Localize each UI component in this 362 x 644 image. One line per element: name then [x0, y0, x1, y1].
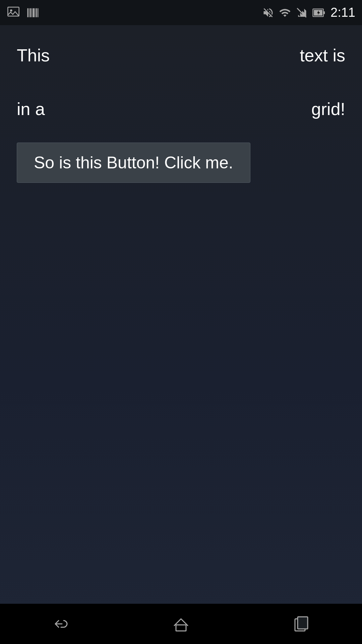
svg-rect-7 [35, 8, 36, 17]
button-row: So is this Button! Click me. [10, 136, 352, 190]
row-spacer [10, 72, 352, 92]
svg-rect-3 [29, 8, 29, 17]
grid-cell-4: grid! [181, 92, 352, 126]
svg-rect-16 [298, 617, 308, 629]
main-content: This text is in a grid! So is this Butto… [0, 25, 362, 619]
mute-icon [262, 7, 274, 19]
svg-rect-6 [33, 8, 35, 17]
grid-cell-1: This [10, 39, 181, 72]
status-bar-right: 2:11 [262, 5, 355, 20]
nav-bar [0, 604, 362, 644]
status-bar-left [7, 6, 40, 19]
wifi-icon [279, 7, 291, 19]
svg-rect-14 [176, 625, 186, 631]
battery-icon [312, 7, 326, 19]
recents-button[interactable] [268, 604, 335, 644]
status-time: 2:11 [330, 5, 355, 20]
grid-cell-2: text is [181, 39, 352, 72]
signal-icon [296, 7, 308, 19]
svg-rect-5 [32, 8, 33, 17]
home-button[interactable] [147, 604, 215, 644]
grid-cell-3: in a [10, 92, 181, 126]
svg-point-1 [10, 9, 12, 12]
svg-rect-12 [323, 11, 325, 14]
back-button[interactable] [27, 604, 94, 644]
image-icon [7, 6, 20, 19]
click-me-button[interactable]: So is this Button! Click me. [17, 143, 250, 183]
svg-rect-8 [36, 8, 37, 17]
status-bar: 2:11 [0, 0, 362, 25]
svg-rect-2 [27, 8, 28, 17]
svg-rect-9 [38, 8, 39, 17]
barcode-icon [26, 6, 40, 19]
svg-rect-4 [30, 8, 31, 17]
